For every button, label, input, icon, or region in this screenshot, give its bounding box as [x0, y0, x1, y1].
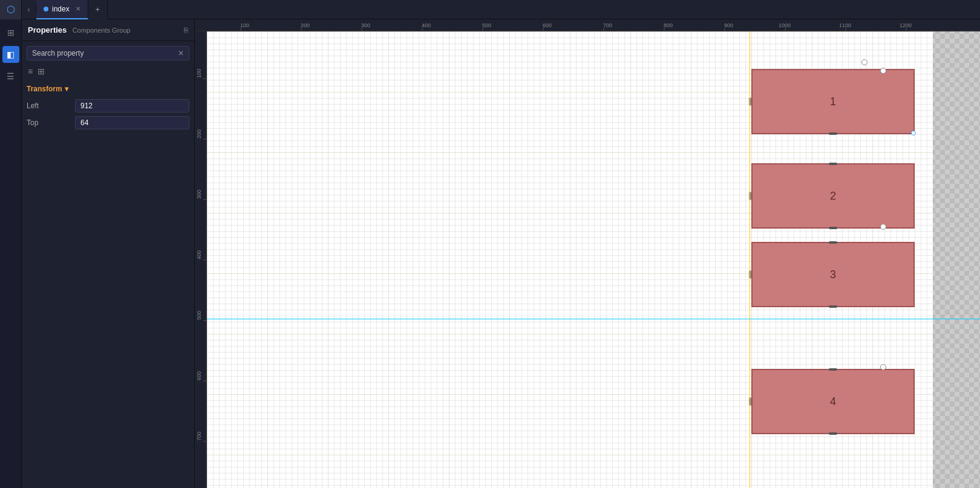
- svg-text:100: 100: [196, 69, 202, 78]
- svg-text:700: 700: [196, 432, 202, 441]
- svg-text:100: 100: [240, 22, 249, 28]
- svg-text:1100: 1100: [839, 22, 851, 28]
- svg-text:300: 300: [196, 190, 202, 199]
- canvas-content[interactable]: 1 2 3: [207, 31, 980, 488]
- comp-4-resize-bottom[interactable]: [829, 432, 837, 435]
- comp-1-label: 1: [830, 96, 836, 108]
- search-input[interactable]: [32, 49, 174, 57]
- ruler-top: 100 200 300 400 500 600 700 800 900 1000…: [195, 19, 980, 31]
- component-1[interactable]: 1: [751, 69, 915, 134]
- ruler-left: 100 200 300 400 500 600 700: [195, 31, 207, 488]
- component-2[interactable]: 2: [751, 163, 915, 229]
- properties-panel: Properties Components Group ⎘ ✕ ≡ ⊞ Tran…: [22, 19, 195, 488]
- tab-close-button[interactable]: ✕: [76, 5, 80, 12]
- ruler-top-svg: 100 200 300 400 500 600 700 800 900 1000…: [195, 19, 980, 31]
- component-3[interactable]: 3: [751, 242, 915, 307]
- left-input[interactable]: [75, 99, 189, 112]
- search-clear-button[interactable]: ✕: [178, 49, 184, 57]
- svg-text:500: 500: [196, 311, 202, 320]
- top-right-circle-handle[interactable]: [861, 59, 867, 65]
- search-bar: ✕: [27, 46, 189, 60]
- grid-icon-button[interactable]: ⊞: [2, 24, 19, 41]
- tab-index-label: index: [52, 5, 70, 13]
- top-label: Top: [27, 119, 75, 127]
- panel-title: Properties Components Group: [28, 25, 131, 34]
- comp-1-handle-tr[interactable]: [880, 68, 886, 74]
- panel-header: Properties Components Group ⎘: [22, 19, 194, 41]
- svg-text:200: 200: [301, 22, 310, 28]
- canvas-area[interactable]: 100 200 300 400 500 600 700 800 900 1000…: [195, 19, 980, 488]
- tab-index[interactable]: index ✕: [36, 0, 88, 19]
- svg-text:900: 900: [724, 22, 733, 28]
- comp-2-handle-br[interactable]: [880, 224, 886, 230]
- svg-text:400: 400: [422, 22, 431, 28]
- transform-section: Transform ▾ Left Top: [22, 82, 194, 133]
- svg-text:1000: 1000: [779, 22, 791, 28]
- comp-3-label: 3: [830, 268, 836, 281]
- comp-2-resize-bottom[interactable]: [829, 227, 837, 229]
- svg-text:500: 500: [482, 22, 491, 28]
- transform-left-row: Left: [27, 99, 189, 112]
- comp-3-resize-top[interactable]: [829, 241, 837, 244]
- svg-text:400: 400: [196, 250, 202, 259]
- copy-icon[interactable]: ⎘: [184, 26, 188, 34]
- left-label: Left: [27, 102, 75, 110]
- comp-2-resize-top[interactable]: [829, 163, 837, 165]
- tab-dot: [44, 7, 48, 11]
- svg-text:1200: 1200: [900, 22, 912, 28]
- top-bar: ⬡ ‹ index ✕ +: [0, 0, 980, 19]
- svg-rect-0: [195, 19, 980, 31]
- view-icons-bar: ≡ ⊞: [22, 65, 194, 82]
- svg-text:200: 200: [196, 129, 202, 138]
- layers-icon-button[interactable]: ◧: [2, 46, 19, 63]
- main-area: ⊞ ◧ ☰ Properties Components Group ⎘ ✕ ≡ …: [0, 19, 980, 488]
- comp-1-corner-br[interactable]: [911, 131, 916, 135]
- transform-label: Transform: [27, 85, 62, 93]
- app-logo: ⬡: [0, 0, 22, 19]
- guide-vertical-yellow-2: [750, 31, 750, 488]
- comp-4-label: 4: [830, 395, 836, 408]
- comp-4-handle-top[interactable]: [880, 364, 886, 370]
- tab-add-label: +: [96, 5, 100, 14]
- nav-back-button[interactable]: ‹: [22, 5, 36, 14]
- comp-2-label: 2: [830, 190, 836, 203]
- top-input[interactable]: [75, 116, 189, 129]
- list-view-icon[interactable]: ≡: [27, 65, 34, 77]
- svg-text:700: 700: [603, 22, 612, 28]
- component-4[interactable]: 4: [751, 369, 915, 434]
- comp-1-resize-bottom[interactable]: [829, 132, 837, 135]
- transform-top-row: Top: [27, 116, 189, 129]
- tab-add[interactable]: +: [88, 0, 108, 19]
- svg-text:300: 300: [361, 22, 370, 28]
- properties-icon-button[interactable]: ☰: [2, 68, 19, 85]
- comp-3-resize-bottom[interactable]: [829, 305, 837, 308]
- svg-text:600: 600: [543, 22, 552, 28]
- transform-chevron-icon: ▾: [65, 85, 68, 93]
- grid-view-icon[interactable]: ⊞: [36, 65, 46, 77]
- tabs-area: index ✕ +: [36, 0, 980, 19]
- ruler-left-svg: 100 200 300 400 500 600 700: [195, 31, 207, 488]
- svg-text:600: 600: [196, 371, 202, 380]
- guide-horizontal-blue: [207, 319, 980, 319]
- comp-4-resize-top[interactable]: [829, 368, 837, 371]
- svg-text:800: 800: [664, 22, 673, 28]
- transform-header[interactable]: Transform ▾: [27, 82, 189, 96]
- icon-sidebar: ⊞ ◧ ☰: [0, 19, 22, 488]
